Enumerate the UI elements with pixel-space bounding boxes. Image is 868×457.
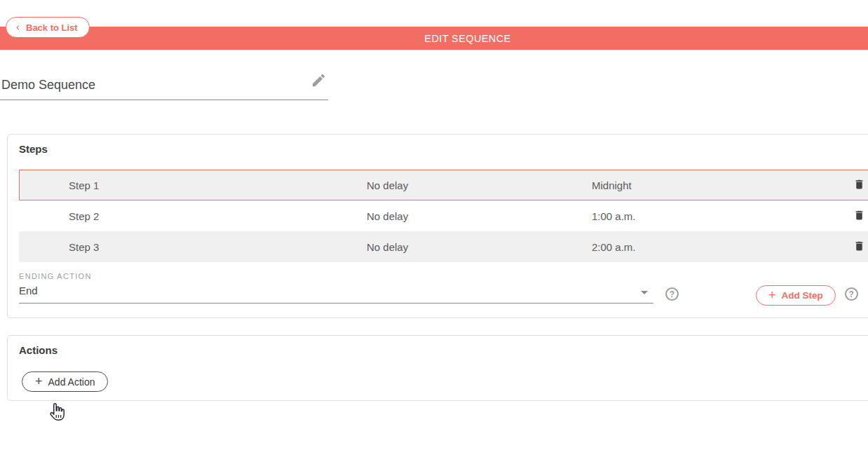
plus-icon: + (35, 375, 43, 388)
steps-card-title: Steps (19, 143, 868, 155)
add-step-label: Add Step (782, 290, 823, 301)
add-action-label: Add Action (48, 376, 95, 388)
back-to-list-label: Back to List (26, 22, 78, 33)
plus-icon: + (768, 289, 776, 301)
ending-action-value: End (19, 285, 38, 296)
step-delay: No delay (367, 210, 592, 222)
pencil-icon[interactable] (311, 72, 327, 91)
caret-down-icon (641, 291, 648, 294)
step-schedule: Midnight (592, 179, 848, 191)
help-glyph: ? (849, 289, 854, 299)
steps-table: Step 1 No delay Midnight Step 2 No delay… (19, 170, 868, 262)
step-delay: No delay (367, 241, 592, 253)
trash-icon (853, 209, 865, 224)
back-to-list-button[interactable]: Back to List (6, 17, 90, 38)
step-delay: No delay (367, 179, 592, 191)
ending-action-help-icon[interactable]: ? (665, 287, 679, 301)
page: Back to List EDIT SEQUENCE Demo Sequence… (0, 27, 868, 401)
help-glyph: ? (670, 289, 674, 299)
trash-icon (853, 240, 865, 254)
delete-step-button[interactable] (848, 240, 865, 254)
step-row[interactable]: Step 1 No delay Midnight (19, 170, 868, 200)
chevron-left-icon (13, 23, 22, 32)
add-step-help-icon[interactable]: ? (845, 287, 858, 301)
actions-card: Actions + Add Action (7, 335, 868, 401)
step-name: Step 2 (20, 210, 367, 222)
banner-title: EDIT SEQUENCE (424, 33, 510, 44)
ending-action-row: ENDING ACTION End ? + Add Step ? (19, 272, 868, 303)
actions-card-title: Actions (19, 344, 868, 356)
step-name: Step 1 (20, 179, 367, 191)
step-row[interactable]: Step 2 No delay 1:00 a.m. (19, 200, 868, 231)
step-schedule: 1:00 a.m. (592, 210, 848, 222)
ending-action-label: ENDING ACTION (19, 272, 653, 280)
add-step-button[interactable]: + Add Step (756, 285, 836, 306)
trash-icon (853, 178, 865, 193)
step-schedule: 2:00 a.m. (592, 241, 848, 253)
sequence-name-value: Demo Sequence (1, 78, 95, 92)
hand-cursor-icon (46, 402, 66, 426)
step-row[interactable]: Step 3 No delay 2:00 a.m. (19, 231, 868, 262)
step-name: Step 3 (20, 241, 367, 253)
add-action-button[interactable]: + Add Action (22, 371, 108, 392)
delete-step-button[interactable] (848, 178, 865, 193)
steps-card: Steps Step 1 No delay Midnight Step 2 No… (7, 134, 868, 318)
delete-step-button[interactable] (848, 209, 865, 224)
sequence-name-field[interactable]: Demo Sequence (0, 72, 328, 100)
edit-sequence-banner: EDIT SEQUENCE (0, 27, 868, 50)
ending-action-select[interactable]: ENDING ACTION End (19, 272, 653, 303)
